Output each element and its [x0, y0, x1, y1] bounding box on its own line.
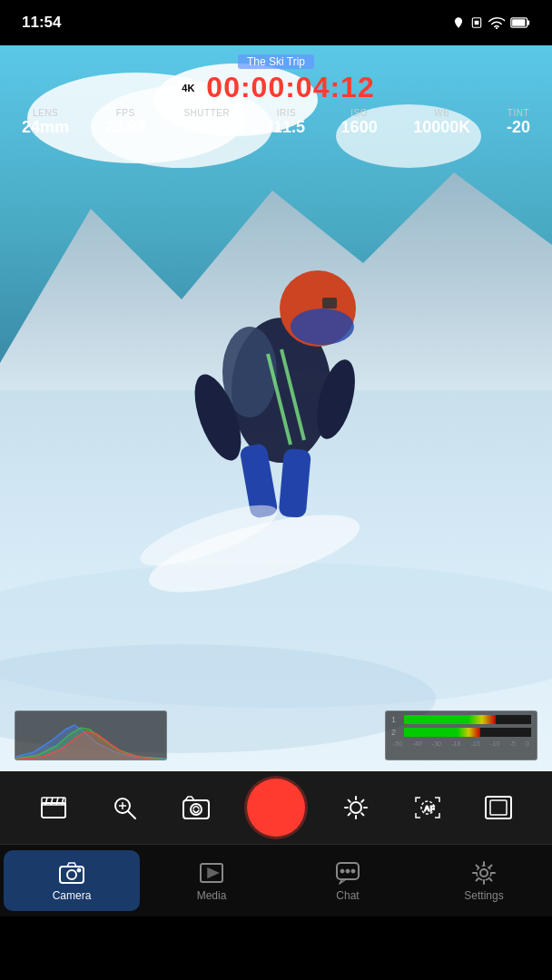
svg-marker-62	[208, 868, 218, 877]
histogram-chart	[15, 711, 167, 760]
param-shutter: SHUTTER1/1000	[182, 108, 232, 138]
camera-icon	[59, 862, 84, 884]
exposure-icon	[343, 795, 369, 820]
svg-line-51	[362, 813, 364, 815]
tab-settings-label: Settings	[464, 889, 503, 902]
toolbar: AF	[0, 771, 552, 844]
frame-guide-button[interactable]	[478, 788, 518, 828]
meter-bar-2	[404, 728, 531, 737]
frame-guide-icon	[484, 795, 513, 820]
svg-rect-2	[475, 21, 479, 25]
record-button[interactable]	[247, 779, 305, 837]
chat-tab-icon	[335, 860, 360, 886]
ski-scene-bg	[0, 45, 552, 771]
media-icon	[199, 862, 224, 884]
audio-meter: 1 2 -50 -40 -30 -18 -15 -10 -5 0	[385, 710, 537, 760]
tab-camera-label: Camera	[53, 889, 92, 902]
status-icons	[452, 16, 530, 29]
record-indicator	[251, 782, 301, 833]
meter-fill-2	[404, 728, 480, 737]
clapperboard-button[interactable]	[34, 788, 74, 828]
histogram	[15, 710, 167, 760]
svg-rect-57	[490, 800, 507, 815]
meter-fill-1	[404, 715, 496, 724]
tab-settings[interactable]: Settings	[416, 845, 552, 916]
location-icon	[452, 16, 465, 29]
autofocus-button[interactable]: AF	[408, 788, 448, 828]
svg-point-45	[350, 802, 361, 813]
meter-scale: -50 -40 -30 -18 -15 -10 -5 0	[391, 740, 531, 747]
svg-rect-28	[322, 298, 337, 309]
sim-icon	[470, 16, 483, 29]
settings-tab-icon	[471, 860, 497, 886]
tab-chat-label: Chat	[336, 889, 359, 902]
camera-tab-icon	[59, 860, 84, 886]
svg-point-60	[77, 868, 81, 872]
timecode-row: 4K 00:00:04:12	[15, 71, 537, 104]
settings-icon	[471, 860, 497, 886]
track-1-label: 1	[391, 715, 400, 724]
param-wb: WB10000K	[413, 108, 470, 138]
clip-name: The Ski Trip	[238, 54, 314, 69]
flip-camera-button[interactable]	[176, 788, 216, 828]
clapperboard-icon	[40, 796, 67, 819]
param-lens: LENS24mm	[22, 108, 69, 138]
viewfinder[interactable]: The Ski Trip 4K 00:00:04:12 LENS24mmFPS2…	[0, 45, 552, 771]
svg-point-65	[346, 869, 350, 873]
status-bar: 11:54	[0, 0, 552, 45]
svg-point-66	[351, 869, 355, 873]
exposure-button[interactable]	[336, 788, 376, 828]
svg-point-64	[340, 869, 344, 873]
loupe-icon	[112, 795, 137, 820]
tab-camera[interactable]: Camera	[4, 850, 140, 911]
svg-line-52	[362, 800, 364, 802]
tab-bar: Camera Media Chat	[0, 844, 552, 916]
meter-bar-1	[404, 715, 531, 724]
svg-line-40	[128, 811, 135, 818]
param-tint: TINT-20	[507, 108, 530, 138]
svg-point-18	[291, 309, 354, 345]
camera-params: LENS24mmFPS23.98SHUTTER1/1000IRISf11.5IS…	[15, 104, 537, 138]
param-iris: IRISf11.5	[268, 108, 305, 138]
svg-text:AF: AF	[424, 804, 435, 813]
svg-point-59	[67, 870, 76, 879]
tab-chat[interactable]: Chat	[280, 845, 416, 916]
loupe-button[interactable]	[104, 788, 144, 828]
param-fps: FPS23.98	[105, 108, 146, 138]
track-2-label: 2	[391, 728, 400, 737]
autofocus-icon: AF	[413, 795, 442, 820]
audio-track-1: 1	[391, 715, 531, 724]
status-time: 11:54	[22, 14, 61, 32]
timecode: 00:00:04:12	[206, 71, 374, 104]
svg-point-3	[496, 27, 498, 29]
tab-media-label: Media	[197, 889, 227, 902]
osd-top: The Ski Trip 4K 00:00:04:12 LENS24mmFPS2…	[0, 45, 552, 138]
badge-4k: 4K	[177, 82, 199, 94]
svg-point-67	[480, 869, 488, 877]
chat-icon	[335, 861, 360, 885]
flip-camera-icon	[182, 795, 211, 820]
tab-media[interactable]: Media	[143, 845, 280, 916]
svg-rect-6	[527, 20, 530, 24]
svg-line-50	[349, 800, 350, 802]
audio-track-2: 2	[391, 728, 531, 737]
media-tab-icon	[199, 860, 224, 886]
param-iso: ISO1600	[341, 108, 378, 138]
svg-rect-5	[512, 19, 525, 26]
battery-icon	[510, 17, 530, 28]
svg-line-53	[349, 813, 350, 815]
wifi-icon	[488, 16, 505, 29]
